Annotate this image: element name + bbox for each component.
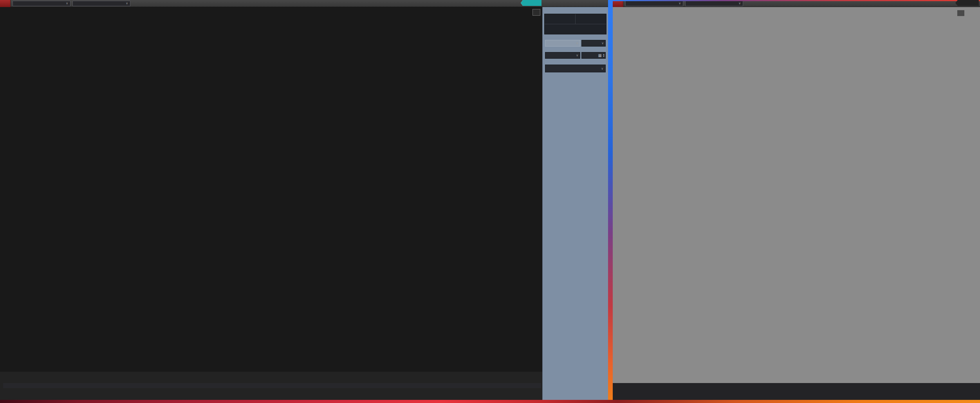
- right-interval-select[interactable]: ∨: [685, 1, 743, 6]
- left-chart-tab[interactable]: [0, 0, 11, 7]
- desktop-wallpaper-bottom: [0, 400, 980, 403]
- entry-button[interactable]: [576, 14, 606, 24]
- pnl-button[interactable]: [545, 24, 606, 34]
- left-interval-select[interactable]: ∨: [72, 1, 130, 6]
- flat-button[interactable]: [545, 14, 576, 24]
- left-chart-plot[interactable]: [0, 7, 542, 372]
- atm-strategy-combo[interactable]: ∨: [545, 65, 606, 72]
- chevron-down-icon: ∨: [679, 2, 681, 5]
- instrument-combo: ∨: [545, 40, 580, 47]
- right-chart-window: ∨ ∨: [613, 0, 980, 400]
- desktop-wallpaper-top: [613, 0, 980, 1]
- left-horizontal-scrollbar[interactable]: [3, 383, 541, 388]
- left-chart-window: ∨ ∨: [0, 0, 608, 400]
- left-toolbar: ∨ ∨: [0, 0, 608, 7]
- chevron-down-icon: ∨: [576, 41, 578, 45]
- fixed-scale-button[interactable]: [957, 10, 965, 16]
- chevron-down-icon: ∨: [66, 2, 68, 5]
- chevron-down-icon: ∨: [576, 54, 578, 57]
- tif-combo[interactable]: ∨: [581, 40, 606, 47]
- fixed-scale-button[interactable]: [532, 9, 540, 16]
- chevron-down-icon: ∨: [738, 2, 741, 5]
- left-instrument-select[interactable]: ∨: [13, 1, 70, 6]
- account-combo[interactable]: ∨: [545, 52, 580, 59]
- current-volume-badge: [521, 0, 541, 6]
- right-footer-area: [613, 383, 980, 400]
- chevron-down-icon: ∨: [601, 67, 603, 70]
- chart-trader-panel: ∨ ∨ ∨ ▦ ▲▼: [542, 7, 608, 400]
- qty-spinner[interactable]: ▲▼: [603, 54, 605, 58]
- calculator-icon[interactable]: ▦: [598, 53, 602, 58]
- chevron-down-icon: ∨: [126, 2, 128, 5]
- position-block: [544, 14, 606, 34]
- current-price-badge: [955, 0, 979, 6]
- order-qty-stepper[interactable]: ▦ ▲▼: [581, 52, 606, 59]
- right-instrument-select[interactable]: ∨: [625, 1, 683, 6]
- desktop-wallpaper-divider: [608, 0, 613, 403]
- spinner-down-icon[interactable]: ▼: [603, 56, 605, 58]
- desktop: ∨ ∨: [0, 0, 980, 403]
- chevron-down-icon: ∨: [601, 41, 604, 45]
